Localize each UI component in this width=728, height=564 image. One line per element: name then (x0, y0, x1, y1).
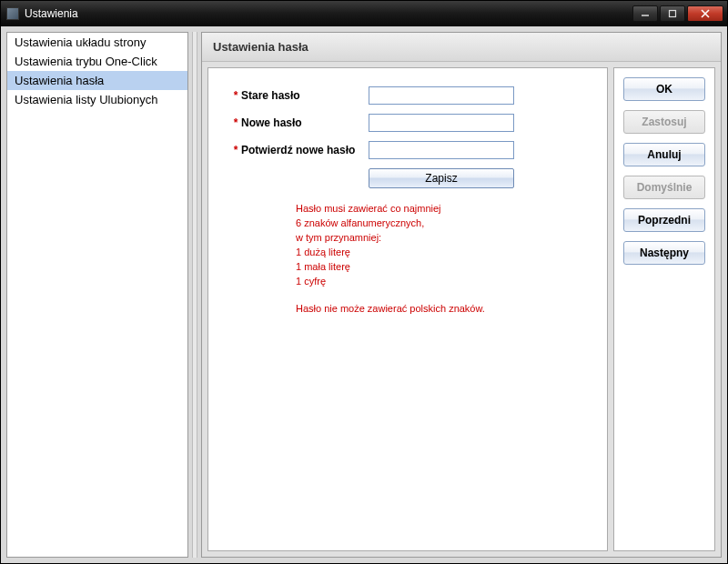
default-button[interactable]: Domyślnie (623, 176, 705, 199)
ok-button[interactable]: OK (623, 77, 705, 101)
app-icon (6, 7, 19, 20)
sidebar-item-password[interactable]: Ustawienia hasła (7, 71, 187, 90)
rule-line: 1 cyfrę (296, 274, 585, 288)
new-password-input[interactable] (369, 114, 514, 132)
minimize-button[interactable] (632, 5, 658, 22)
required-mark: * (230, 89, 241, 102)
apply-button[interactable]: Zastosuj (623, 110, 705, 134)
row-old-password: * Stare hasło (230, 86, 585, 105)
old-password-input[interactable] (369, 86, 514, 105)
window-controls (632, 5, 723, 22)
confirm-password-label: Potwierdź nowe hasło (241, 144, 369, 156)
next-button[interactable]: Następny (623, 241, 705, 265)
rule-line: 6 znaków alfanumerycznych, (296, 216, 585, 230)
titlebar-left: Ustawienia (6, 7, 78, 20)
rule-line: 1 dużą literę (296, 245, 585, 259)
old-password-label: Stare hasło (241, 89, 369, 102)
sidebar-item-favorites[interactable]: Ustawienia listy Ulubionych (7, 90, 187, 109)
close-button[interactable] (687, 5, 723, 22)
row-confirm-password: * Potwierdź nowe hasło (230, 141, 585, 159)
sidebar: Ustawienia układu strony Ustawienia tryb… (6, 32, 188, 558)
main-panel: Ustawienia hasła * Stare hasło * Nowe ha… (201, 32, 722, 558)
confirm-password-input[interactable] (369, 141, 514, 159)
password-rules: Hasło musi zawierać co najmniej 6 znaków… (296, 201, 585, 316)
panel-body: * Stare hasło * Nowe hasło * Potwierdź n… (202, 62, 721, 557)
sidebar-item-one-click[interactable]: Ustawienia trybu One-Click (7, 52, 187, 71)
titlebar: Ustawienia (1, 1, 727, 26)
sidebar-item-page-layout[interactable]: Ustawienia układu strony (7, 33, 187, 52)
rule-line: Hasło nie może zawierać polskich znaków. (296, 301, 585, 316)
rule-line: w tym przynamniej: (296, 230, 585, 245)
settings-window: Ustawienia Ustawienia układu strony Usta… (0, 0, 728, 564)
rule-line: Hasło musi zawierać co najmniej (296, 201, 585, 216)
panel-title: Ustawienia hasła (202, 33, 721, 62)
required-mark: * (230, 116, 241, 129)
maximize-button[interactable] (660, 5, 685, 22)
rule-gap (296, 288, 585, 301)
rule-line: 1 mała literę (296, 259, 585, 274)
prev-button[interactable]: Poprzedni (623, 208, 705, 232)
form-area: * Stare hasło * Nowe hasło * Potwierdź n… (207, 67, 608, 551)
content-area: Ustawienia układu strony Ustawienia tryb… (1, 26, 727, 563)
save-button[interactable]: Zapisz (369, 168, 514, 188)
window-title: Ustawienia (25, 7, 78, 20)
save-row: Zapisz (369, 168, 585, 188)
splitter[interactable] (192, 32, 197, 558)
row-new-password: * Nowe hasło (230, 114, 585, 132)
right-button-panel: OK Zastosuj Anuluj Domyślnie Poprzedni N… (613, 67, 715, 551)
new-password-label: Nowe hasło (241, 116, 369, 129)
required-mark: * (230, 144, 241, 156)
svg-rect-1 (670, 10, 676, 16)
cancel-button[interactable]: Anuluj (623, 143, 705, 166)
